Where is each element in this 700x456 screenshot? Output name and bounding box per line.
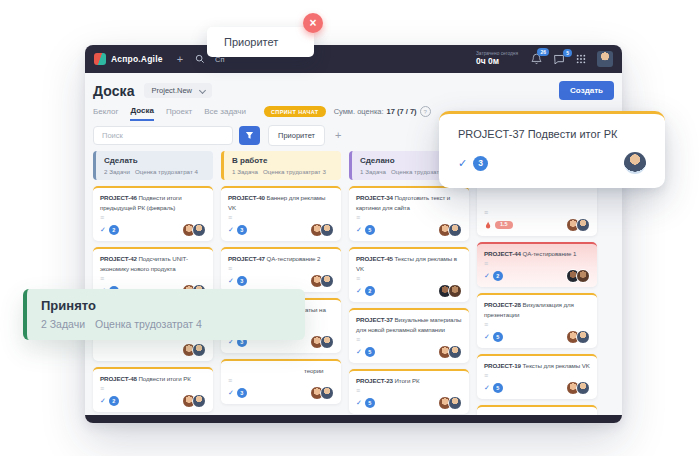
estimate-badge: 5 — [493, 383, 503, 393]
description-icon — [484, 372, 590, 380]
task-card[interactable]: PROJECT-40 Баннер для рекламы VK 3 — [221, 186, 341, 241]
task-card[interactable]: PROJECT-37 Визуальные материалы для ново… — [349, 308, 469, 363]
dragged-task-title: PROJECT-37 Подвести итог РК — [458, 128, 646, 140]
user-avatar[interactable] — [597, 51, 613, 67]
task-card[interactable]: теории 3 — [221, 359, 341, 404]
column-estimate: Оценка трудозатрат 4 — [135, 168, 198, 175]
task-title: PROJECT-19 Тексты для рекламы VK — [484, 361, 590, 371]
grid-icon — [576, 54, 586, 64]
overdue-badge: 1.5 — [495, 221, 513, 230]
time-tracker[interactable]: Затрачено сегодня 0ч 0м — [476, 51, 518, 66]
avatar — [576, 218, 590, 232]
search-input[interactable] — [93, 126, 233, 145]
sprint-summary: Сумм. оценка: 17 (7 / 7) — [334, 106, 431, 117]
estimate-badge: 5 — [365, 225, 375, 235]
check-icon — [228, 277, 234, 285]
priority-filter-chip[interactable]: Приоритет — [268, 125, 325, 146]
create-button[interactable]: Создать — [559, 81, 614, 100]
task-title: PROJECT-42 Подсчитать UNIT-экономику нов… — [100, 254, 206, 274]
avatar — [448, 284, 462, 298]
app-window: Аспро.Agile + Сп Затрачено сегодня 0ч 0м… — [85, 45, 622, 423]
avatar — [576, 330, 590, 344]
accepted-column-title: Принято — [41, 298, 305, 313]
avatar — [192, 223, 206, 237]
assignee-avatars — [566, 381, 590, 395]
top-navbar: Аспро.Agile + Сп Затрачено сегодня 0ч 0м… — [85, 45, 622, 73]
messages-button[interactable]: 5 — [553, 54, 565, 65]
notifications-badge: 26 — [537, 48, 549, 56]
column-task-count: 1 Задача — [232, 168, 258, 175]
estimate-badge: 3 — [473, 156, 488, 171]
filter-button[interactable] — [239, 126, 260, 145]
priority-tooltip: Приоритет — [207, 27, 314, 57]
priority-tooltip-text: Приоритет — [224, 36, 278, 48]
close-icon[interactable] — [303, 13, 323, 33]
tab-project[interactable]: Проект — [166, 107, 192, 120]
column-header-todo[interactable]: Сделать 2 Задачи Оценка трудозатрат 4 — [93, 151, 213, 180]
task-title: PROJECT-23 Итоги РК — [356, 376, 462, 386]
tab-board[interactable]: Доска — [130, 106, 153, 121]
task-card[interactable]: PROJECT-47 QA-тестирование 2 3 — [221, 247, 341, 292]
assignee-avatars — [438, 345, 462, 359]
add-icon[interactable]: + — [177, 54, 183, 65]
estimate-badge: 3 — [237, 388, 247, 398]
description-icon — [356, 275, 462, 283]
assignee-avatars — [310, 335, 334, 349]
kanban-board: Сделать 2 Задачи Оценка трудозатрат 4 PR… — [93, 151, 614, 415]
project-selector[interactable]: Project.New — [144, 83, 212, 98]
task-card[interactable]: PROJECT-28 Визуализация для презентации … — [477, 293, 597, 348]
task-card-clipped[interactable]: PROJECT-16 Подвести итоги РК — [477, 405, 597, 415]
task-card[interactable]: PROJECT-45 Тексты для рекламы в VK 2 — [349, 247, 469, 302]
column-name: Сделать — [104, 156, 205, 165]
task-card[interactable]: PROJECT-23 Итоги РК 5 — [349, 369, 469, 414]
assignee-avatars — [310, 274, 334, 288]
assignee-avatars — [566, 330, 590, 344]
avatar — [448, 223, 462, 237]
page-title: Доска — [93, 83, 135, 99]
task-card-alert[interactable]: PROJECT-44 QA-тестирование 1 2 — [477, 242, 597, 287]
description-icon — [484, 209, 590, 217]
task-title: PROJECT-28 Визуализация для презентации — [484, 300, 590, 320]
accepted-column-card: Принято 2 Задачи Оценка трудозатрат 4 — [23, 289, 305, 340]
column-header-in-progress[interactable]: В работе 1 Задача Оценка трудозатрат 3 — [221, 151, 341, 180]
task-card-partially-hidden[interactable]: 1.5 — [477, 183, 597, 236]
app-logo-text: Аспро.Agile — [111, 54, 163, 64]
task-title: PROJECT-46 Подвести итоги предыдущей РК … — [100, 193, 206, 213]
task-title: PROJECT-45 Тексты для рекламы в VK — [356, 254, 462, 274]
avatar — [576, 381, 590, 395]
check-icon — [484, 272, 490, 280]
column-todo: Сделать 2 Задачи Оценка трудозатрат 4 PR… — [93, 151, 213, 412]
avatar — [320, 223, 334, 237]
navbar-right-group: Затрачено сегодня 0ч 0м 26 5 — [476, 51, 613, 67]
dragged-task-card[interactable]: PROJECT-37 Подвести итог РК 3 — [439, 111, 665, 188]
estimate-badge: 5 — [493, 332, 503, 342]
sprint-status-badge: СПРИНТ НАЧАТ — [264, 106, 326, 117]
sprint-summary-value: 17 (7 / 7) — [387, 107, 417, 116]
column-accepted: 1.5 PROJECT-44 QA-тестирование 1 2 PROJE… — [477, 151, 597, 415]
task-title: PROJECT-47 QA-тестирование 2 — [228, 254, 334, 264]
add-filter-icon[interactable]: + — [335, 126, 341, 145]
estimate-badge: 2 — [493, 271, 503, 281]
task-card[interactable]: PROJECT-34 Подготовить текст и картинки … — [349, 186, 469, 241]
avatar — [192, 394, 206, 408]
task-card[interactable]: PROJECT-19 Тексты для рекламы VK 5 — [477, 354, 597, 399]
help-icon[interactable] — [420, 106, 431, 117]
estimate-badge: 5 — [365, 398, 375, 408]
page-header: Доска Project.New Создать — [93, 80, 614, 101]
check-icon — [356, 287, 362, 295]
apps-grid-button[interactable] — [576, 54, 586, 64]
check-icon — [228, 389, 234, 397]
search-icon[interactable] — [195, 54, 205, 64]
notifications-button[interactable]: 26 — [531, 53, 542, 65]
tab-backlog[interactable]: Беклог — [93, 107, 118, 120]
avatar — [320, 274, 334, 288]
check-icon — [484, 384, 490, 392]
estimate-badge: 2 — [365, 286, 375, 296]
tab-all-tasks[interactable]: Все задачи — [204, 107, 246, 120]
task-card[interactable]: PROJECT-48 Подвести итоги РК 2 — [93, 367, 213, 412]
description-icon — [228, 214, 334, 222]
assignee-avatars — [566, 218, 590, 232]
check-icon — [100, 226, 106, 234]
task-card[interactable]: PROJECT-46 Подвести итоги предыдущей РК … — [93, 186, 213, 241]
description-icon — [228, 265, 334, 273]
